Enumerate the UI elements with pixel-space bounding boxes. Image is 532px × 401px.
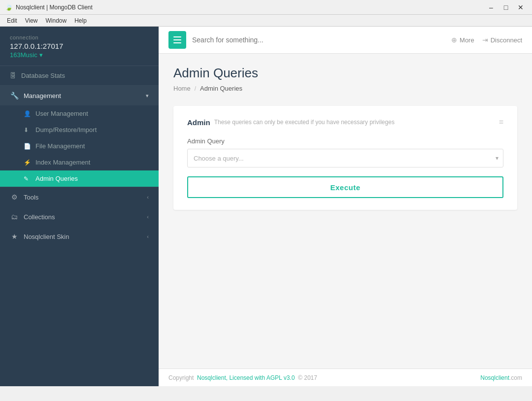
skin-icon: ★	[10, 233, 19, 240]
breadcrumb-current: Admin Queries	[200, 85, 242, 92]
search-input[interactable]	[192, 32, 445, 48]
breadcrumb: Home / Admin Queries	[173, 85, 517, 92]
hamburger-line-2	[173, 39, 181, 40]
admin-card: Admin These queries can only be executed…	[173, 106, 517, 210]
app-icon: 🍃	[5, 3, 13, 11]
tools-arrow: ‹	[147, 194, 149, 200]
admin-icon: ✎	[24, 175, 32, 182]
main-content: ⊕ More ⇥ Disconnect Admin Queries Home /…	[159, 27, 532, 386]
window-controls: – □ ✕	[485, 2, 527, 12]
user-icon: 👤	[24, 110, 32, 117]
management-label: Management	[24, 92, 141, 100]
more-label: More	[460, 36, 474, 44]
admin-query-label: Admin Query	[187, 137, 503, 145]
footer-brand[interactable]: Nosqlclient	[480, 374, 509, 381]
admin-queries-label: Admin Queries	[35, 175, 78, 182]
sidebar: connection 127.0.0.1:27017 163Music ▾ 🗄 …	[0, 27, 159, 386]
management-sub-items: 👤 User Management ⬇ Dump/Restore/Import …	[0, 105, 159, 187]
footer: Copyright Nosqlclient, Licensed with AGP…	[159, 368, 532, 386]
execute-button[interactable]: Execute	[187, 176, 503, 198]
skin-arrow: ‹	[147, 234, 149, 239]
disconnect-label: Disconnect	[491, 36, 522, 44]
dump-icon: ⬇	[24, 127, 32, 134]
connection-db-name: 163Music	[10, 51, 37, 59]
breadcrumb-home[interactable]: Home	[173, 85, 191, 92]
collections-icon: 🗂	[10, 213, 19, 221]
menu-help[interactable]: Help	[70, 16, 91, 25]
title-bar: 🍃 Nosqlclient | MongoDB Client – □ ✕	[0, 0, 532, 15]
sidebar-item-dump-restore[interactable]: ⬇ Dump/Restore/Import	[0, 122, 159, 138]
wrench-icon: 🔧	[10, 92, 19, 100]
menu-view[interactable]: View	[21, 16, 42, 25]
skin-label: Nosqlclient Skin	[24, 233, 142, 240]
sidebar-item-file-management[interactable]: 📄 File Management	[0, 138, 159, 154]
connection-db[interactable]: 163Music ▾	[10, 51, 149, 59]
breadcrumb-separator: /	[195, 85, 196, 92]
connection-db-arrow: ▾	[39, 51, 43, 59]
page-title: Admin Queries	[173, 66, 517, 81]
collections-arrow: ‹	[147, 214, 149, 220]
close-button[interactable]: ✕	[514, 2, 527, 12]
lightning-icon: ⚡	[24, 159, 32, 166]
db-stats-label: Database Stats	[21, 72, 65, 79]
management-section: 🔧 Management ▾ 👤 User Management ⬇ Dump/…	[0, 86, 159, 187]
collections-label: Collections	[24, 213, 142, 221]
menu-edit[interactable]: Edit	[3, 16, 21, 25]
more-button[interactable]: ⊕ More	[451, 36, 474, 44]
header-bar: ⊕ More ⇥ Disconnect	[159, 27, 532, 54]
footer-brand-suffix: .com	[509, 374, 522, 381]
connection-label: connection	[10, 34, 149, 40]
hamburger-button[interactable]	[168, 31, 186, 49]
sidebar-item-tools[interactable]: ⚙ Tools ‹	[0, 187, 159, 207]
user-management-label: User Management	[35, 110, 88, 117]
disconnect-icon: ⇥	[482, 36, 488, 44]
file-management-label: File Management	[35, 142, 85, 150]
sidebar-item-user-management[interactable]: 👤 User Management	[0, 105, 159, 122]
connection-section: connection 127.0.0.1:27017 163Music ▾	[0, 27, 159, 66]
management-arrow: ▾	[146, 93, 149, 99]
footer-left: Copyright Nosqlclient, Licensed with AGP…	[168, 374, 317, 381]
sidebar-item-database-stats[interactable]: 🗄 Database Stats	[0, 66, 159, 86]
management-header[interactable]: 🔧 Management ▾	[0, 86, 159, 105]
hamburger-line-1	[173, 36, 181, 37]
file-icon: 📄	[24, 143, 32, 150]
disconnect-button[interactable]: ⇥ Disconnect	[482, 36, 522, 44]
config-icon[interactable]: ≡	[499, 118, 503, 127]
content-area: Admin Queries Home / Admin Queries Admin…	[159, 54, 532, 368]
footer-link[interactable]: Nosqlclient, Licensed with AGPL v3.0	[197, 374, 295, 381]
hamburger-line-3	[173, 42, 181, 43]
minimize-button[interactable]: –	[485, 2, 498, 12]
more-icon: ⊕	[451, 36, 457, 44]
header-actions: ⊕ More ⇥ Disconnect	[451, 36, 522, 44]
index-management-label: Index Management	[35, 159, 90, 166]
sidebar-item-index-management[interactable]: ⚡ Index Management	[0, 154, 159, 170]
admin-card-header: Admin These queries can only be executed…	[187, 118, 503, 127]
footer-right: Nosqlclient.com	[480, 374, 522, 381]
query-select-wrapper: Choose a query... ▾	[187, 149, 503, 167]
admin-card-subtitle: These queries can only be executed if yo…	[214, 119, 499, 126]
sidebar-item-skin[interactable]: ★ Nosqlclient Skin ‹	[0, 227, 159, 246]
admin-query-form-group: Admin Query Choose a query... ▾	[187, 137, 503, 167]
menu-bar: Edit View Window Help	[0, 15, 532, 27]
maximize-button[interactable]: □	[499, 2, 512, 12]
tools-label: Tools	[24, 194, 142, 201]
connection-address: 127.0.0.1:27017	[10, 42, 149, 50]
app-layout: connection 127.0.0.1:27017 163Music ▾ 🗄 …	[0, 27, 532, 386]
admin-card-title: Admin	[187, 118, 210, 127]
title-bar-title: Nosqlclient | MongoDB Client	[16, 4, 485, 11]
sidebar-item-admin-queries[interactable]: ✎ Admin Queries	[0, 170, 159, 187]
menu-window[interactable]: Window	[41, 16, 70, 25]
tools-icon: ⚙	[10, 193, 19, 201]
dump-restore-label: Dump/Restore/Import	[35, 126, 97, 134]
footer-copyright: Copyright	[168, 374, 194, 381]
query-select[interactable]: Choose a query...	[187, 149, 503, 167]
database-icon: 🗄	[10, 72, 16, 79]
sidebar-item-collections[interactable]: 🗂 Collections ‹	[0, 207, 159, 227]
footer-year: © 2017	[298, 374, 317, 381]
